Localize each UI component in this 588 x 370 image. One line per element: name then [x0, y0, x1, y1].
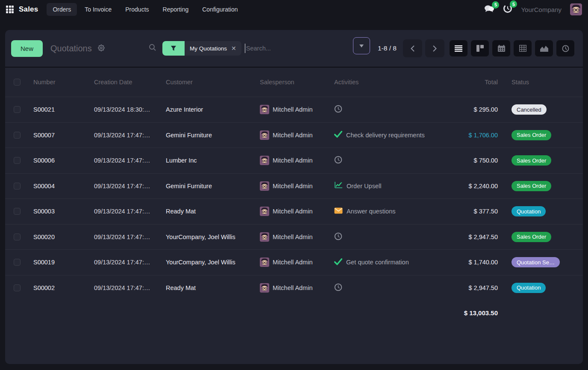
view-switch-calendar-icon[interactable]: [492, 40, 511, 57]
cell-total: $ 2,240.00: [458, 183, 507, 189]
search-input[interactable]: [246, 45, 340, 52]
salesperson-avatar: [260, 258, 269, 267]
cell-total: $ 1,740.00: [458, 259, 507, 266]
gear-icon[interactable]: [98, 44, 105, 53]
salesperson-avatar: [260, 130, 269, 140]
row-checkbox[interactable]: [14, 183, 21, 189]
pager-previous-button[interactable]: [403, 39, 422, 57]
filter-remove-icon[interactable]: ✕: [231, 45, 236, 52]
cell-creation-date: 09/13/2024 17:47:…: [90, 284, 162, 291]
cell-number: S00007: [29, 132, 90, 139]
search-options-dropdown[interactable]: [353, 37, 370, 54]
salesperson-name: Mitchell Admin: [273, 234, 312, 240]
header-number[interactable]: Number: [29, 79, 90, 86]
messages-button[interactable]: 5: [484, 5, 494, 15]
cell-customer: Lumber Inc: [162, 157, 256, 164]
nav-item-orders[interactable]: Orders: [47, 3, 77, 16]
apps-grid-icon[interactable]: [6, 6, 14, 13]
row-checkbox[interactable]: [14, 106, 21, 113]
check-icon: [334, 258, 342, 266]
table-row[interactable]: S00007 09/13/2024 17:47:… Gemini Furnitu…: [5, 122, 583, 148]
row-checkbox[interactable]: [14, 234, 21, 240]
cell-activities[interactable]: [330, 156, 458, 165]
view-switch-kanban-icon[interactable]: [470, 40, 489, 57]
table-row[interactable]: S00002 09/13/2024 17:47:… Ready Mat Mitc…: [5, 275, 583, 301]
salesperson-avatar: [260, 156, 269, 165]
salesperson-name: Mitchell Admin: [273, 183, 312, 189]
cell-creation-date: 09/13/2024 17:47:…: [90, 183, 162, 189]
search-bar: My Quotations ✕: [149, 30, 340, 67]
cell-salesperson: Mitchell Admin: [256, 283, 330, 293]
salesperson-name: Mitchell Admin: [273, 259, 312, 266]
nav-item-configuration[interactable]: Configuration: [196, 3, 244, 16]
cell-activities[interactable]: [330, 105, 458, 114]
cell-number: S00006: [29, 157, 90, 164]
cell-activities[interactable]: [330, 232, 458, 242]
header-creation-date[interactable]: Creation Date: [90, 79, 162, 86]
view-switch-graph-icon[interactable]: [535, 40, 553, 57]
cell-status: Quotation: [507, 206, 581, 216]
cell-creation-date: 09/13/2024 17:47:…: [90, 208, 162, 215]
messages-count-badge: 5: [492, 1, 499, 9]
check-icon: [334, 131, 342, 139]
cell-activities[interactable]: Answer questions: [330, 207, 458, 215]
cell-activities[interactable]: Get quote confirmation: [330, 258, 458, 266]
salesperson-avatar: [260, 207, 269, 216]
nav-menu: OrdersTo InvoiceProductsReportingConfigu…: [47, 3, 244, 16]
cell-creation-date: 09/13/2024 17:47:…: [90, 157, 162, 164]
nav-item-products[interactable]: Products: [119, 3, 155, 16]
row-checkbox[interactable]: [14, 157, 21, 164]
nav-item-reporting[interactable]: Reporting: [157, 3, 195, 16]
salesperson-name: Mitchell Admin: [273, 132, 312, 139]
header-total[interactable]: Total: [458, 79, 507, 86]
nav-item-to-invoice[interactable]: To Invoice: [79, 3, 118, 16]
header-customer[interactable]: Customer: [162, 79, 256, 86]
view-switch-list-icon[interactable]: [449, 40, 468, 57]
cell-number: S00020: [29, 234, 90, 240]
app-name[interactable]: Sales: [19, 5, 38, 14]
activity-label: Get quote confirmation: [346, 259, 409, 266]
cell-status: Sales Order: [507, 181, 581, 191]
table-row[interactable]: S00004 09/13/2024 17:47:… Gemini Furnitu…: [5, 173, 583, 199]
control-bar: New Quotations My Quotatio: [5, 30, 583, 67]
row-checkbox[interactable]: [14, 208, 21, 215]
cell-activities[interactable]: Order Upsell: [330, 181, 458, 190]
table-row[interactable]: S00020 09/13/2024 17:47:… YourCompany, J…: [5, 224, 583, 250]
row-checkbox[interactable]: [14, 132, 21, 139]
view-switch-pivot-icon[interactable]: [513, 40, 532, 57]
header-salesperson[interactable]: Salesperson: [256, 79, 330, 86]
cell-activities[interactable]: [330, 283, 458, 293]
select-all-checkbox[interactable]: [14, 79, 21, 86]
clock-icon: [334, 232, 342, 242]
new-button[interactable]: New: [11, 40, 43, 57]
header-activities[interactable]: Activities: [330, 79, 458, 86]
table-row[interactable]: S00019 09/13/2024 17:47:… YourCompany, J…: [5, 249, 583, 275]
clock-icon: [334, 105, 342, 114]
cell-number: S00004: [29, 183, 90, 189]
table-row[interactable]: S00006 09/13/2024 17:47:… Lumber Inc Mit…: [5, 148, 583, 173]
header-status[interactable]: Status: [507, 79, 581, 86]
table-row[interactable]: S00003 09/13/2024 17:47:… Ready Mat Mitc…: [5, 198, 583, 224]
row-checkbox[interactable]: [14, 259, 21, 266]
activities-button[interactable]: 5: [503, 4, 512, 15]
chart-icon: [334, 181, 343, 190]
cell-salesperson: Mitchell Admin: [256, 130, 330, 140]
cell-creation-date: 09/13/2024 18:30:…: [90, 106, 162, 113]
cell-salesperson: Mitchell Admin: [256, 105, 330, 114]
envelope-icon: [334, 207, 343, 215]
pager-range: 1-8 / 8: [378, 44, 397, 52]
cell-activities[interactable]: Check delivery requirements: [330, 131, 458, 139]
activities-count-badge: 5: [510, 0, 517, 8]
view-switch-activity-icon[interactable]: [556, 40, 575, 57]
company-name[interactable]: YourCompany: [521, 6, 562, 13]
cell-salesperson: Mitchell Admin: [256, 181, 330, 191]
optional-columns-icon[interactable]: [581, 79, 583, 85]
status-badge: Quotation: [512, 206, 546, 216]
user-avatar[interactable]: [570, 3, 582, 15]
cell-creation-date: 09/13/2024 17:47:…: [90, 132, 162, 139]
row-checkbox[interactable]: [14, 284, 21, 291]
table-row[interactable]: S00021 09/13/2024 18:30:… Azure Interior…: [5, 97, 583, 122]
pager-next-button[interactable]: [425, 39, 444, 57]
cell-customer: Gemini Furniture: [162, 183, 256, 189]
filter-facet[interactable]: My Quotations ✕: [162, 41, 241, 56]
